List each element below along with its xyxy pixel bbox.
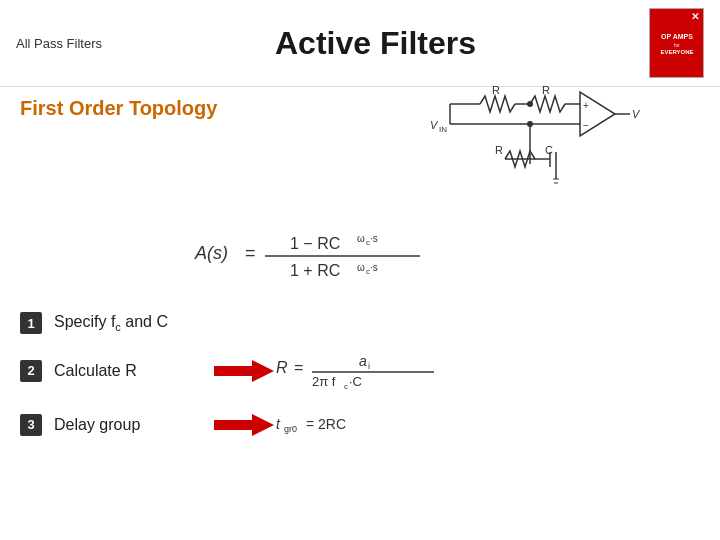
all-pass-label: All Pass Filters xyxy=(16,36,102,51)
book-cover: ✕ OP AMPS for EVERYONE xyxy=(649,8,704,78)
step-1-number: 1 xyxy=(20,312,42,334)
step-3-arrow xyxy=(214,410,274,440)
svg-text:·s: ·s xyxy=(370,262,378,273)
step-2-arrow xyxy=(214,356,274,386)
svg-text:A(s): A(s) xyxy=(194,243,228,263)
svg-text:2π f: 2π f xyxy=(312,374,336,389)
step-2-formula: R = a i 2π f c ·C xyxy=(274,348,444,393)
svg-text:= 2RC: = 2RC xyxy=(306,416,346,432)
svg-text:for: for xyxy=(674,42,680,48)
svg-text:ω: ω xyxy=(357,233,365,244)
step-3-formula: t gr0 = 2RC xyxy=(274,407,434,442)
svg-text:1 − RC: 1 − RC xyxy=(290,235,340,252)
circuit-diagram: R R V IN + − V out R C xyxy=(420,74,640,204)
svg-marker-52 xyxy=(214,414,274,436)
svg-text:R: R xyxy=(276,359,288,376)
step-3-text: Delay group xyxy=(54,416,194,434)
step-2-row: 2 Calculate R R = a i 2π f c ·C xyxy=(20,348,700,393)
svg-text:a: a xyxy=(359,353,367,369)
svg-text:C: C xyxy=(545,144,553,156)
svg-text:R: R xyxy=(542,84,550,96)
svg-text:R: R xyxy=(492,84,500,96)
svg-text:+: + xyxy=(583,100,589,111)
main-formula-area: A(s) = 1 − RC ω c ·s 1 + RC ω c ·s xyxy=(0,204,720,304)
svg-text:EVERYONE: EVERYONE xyxy=(660,49,693,55)
svg-text:IN: IN xyxy=(439,125,447,134)
step-1-row: 1 Specify fc and C xyxy=(20,312,700,334)
book-x-mark: ✕ xyxy=(691,11,699,22)
svg-text:c: c xyxy=(344,382,348,391)
svg-text:1 + RC: 1 + RC xyxy=(290,262,340,279)
svg-text:gr0: gr0 xyxy=(284,424,297,434)
svg-text:R: R xyxy=(495,144,503,156)
svg-text:i: i xyxy=(368,361,370,371)
svg-text:V: V xyxy=(430,119,439,131)
svg-text:V: V xyxy=(632,108,640,120)
svg-text:·C: ·C xyxy=(349,374,362,389)
svg-text:OP AMPS: OP AMPS xyxy=(661,33,693,40)
step-1-text: Specify fc and C xyxy=(54,313,194,333)
steps-area: 1 Specify fc and C 2 Calculate R R = a i… xyxy=(0,304,720,464)
step-2-number: 2 xyxy=(20,360,42,382)
svg-text:=: = xyxy=(245,243,256,263)
svg-marker-43 xyxy=(214,360,274,382)
page-title: Active Filters xyxy=(102,25,649,62)
step-3-number: 3 xyxy=(20,414,42,436)
svg-text:ω: ω xyxy=(357,262,365,273)
step-3-row: 3 Delay group t gr0 = 2RC xyxy=(20,407,700,442)
svg-text:·s: ·s xyxy=(370,233,378,244)
step-2-text: Calculate R xyxy=(54,362,194,380)
svg-text:−: − xyxy=(583,120,589,131)
svg-text:t: t xyxy=(276,416,281,432)
svg-text:=: = xyxy=(294,359,303,376)
main-formula: A(s) = 1 − RC ω c ·s 1 + RC ω c ·s xyxy=(190,214,530,294)
circuit-diagram-area: R R V IN + − V out R C xyxy=(0,74,720,204)
